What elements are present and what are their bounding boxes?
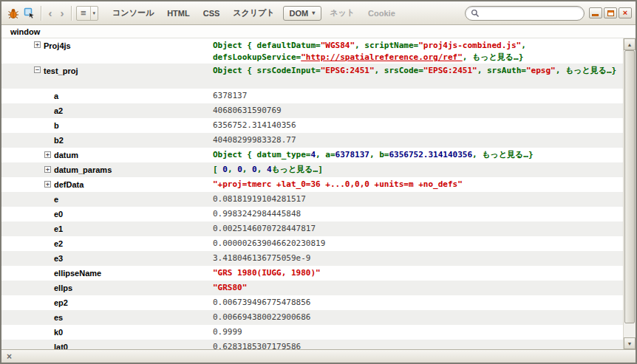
- tab-cookie[interactable]: Cookie: [361, 6, 402, 21]
- toolbar: ‹ › ≡ ▾ コンソール HTML CSS スクリプト DOM ▾ ネット C…: [1, 1, 636, 25]
- statusbar: ×: [1, 349, 636, 363]
- property-name[interactable]: defData: [54, 177, 84, 192]
- value-segment: "EPSG:2451": [423, 66, 477, 75]
- back-button[interactable]: ‹: [44, 6, 56, 21]
- search-input[interactable]: [483, 8, 579, 18]
- close-button[interactable]: ×: [619, 7, 632, 18]
- property-name[interactable]: es: [54, 310, 63, 325]
- value-segment: [: [213, 165, 222, 174]
- twisty-spacer: [44, 269, 51, 276]
- tree-row: a6378137: [1, 89, 623, 103]
- tree-row: e10.0025146070728447817: [1, 222, 623, 236]
- tree-row: b240408299983328.77: [1, 133, 623, 148]
- property-name-cell: e: [1, 192, 213, 207]
- twisty-spacer: [44, 210, 51, 217]
- value-segment: Object { defaultDatum=: [213, 41, 321, 50]
- firebug-menu-button[interactable]: [6, 6, 21, 21]
- window-buttons: ×: [589, 7, 632, 18]
- value-segment: 4: [267, 165, 272, 174]
- property-value: Object { datum_type=4, a=6378137, b=6356…: [213, 148, 623, 162]
- scroll-down-button[interactable]: ▼: [624, 337, 636, 349]
- property-value: 0.006739496775478856: [213, 295, 623, 310]
- minimize-button[interactable]: [589, 7, 602, 18]
- value-segment: , a=: [316, 150, 335, 159]
- tree-row: +Proj4jsObject { defaultDatum="WGS84", s…: [1, 38, 623, 63]
- expand-icon[interactable]: +: [34, 41, 41, 48]
- value-segment: "epsg": [526, 66, 556, 75]
- value-segment: ]: [318, 165, 323, 174]
- value-segment: 6378137: [213, 91, 247, 100]
- property-name[interactable]: datum_params: [54, 162, 112, 177]
- url-link[interactable]: "http://spatialreference.org/ref": [301, 52, 463, 62]
- value-segment: "GRS80": [213, 283, 247, 292]
- chevron-down-icon[interactable]: ▾: [90, 7, 98, 20]
- firebug-icon: [7, 7, 19, 19]
- forward-button[interactable]: ›: [56, 6, 68, 21]
- scroll-up-button[interactable]: ▲: [624, 38, 636, 50]
- tab-dom[interactable]: DOM ▾: [283, 6, 322, 21]
- detach-button[interactable]: [604, 7, 617, 18]
- property-name[interactable]: datum: [54, 148, 78, 162]
- twisty-spacer: [44, 196, 51, 202]
- tab-console[interactable]: コンソール: [106, 4, 160, 21]
- more-link[interactable]: もっと見る…: [482, 150, 528, 159]
- tab-script[interactable]: スクリプト: [226, 4, 281, 21]
- expand-icon[interactable]: +: [44, 181, 51, 188]
- value-segment: 0.006739496775478856: [213, 298, 310, 307]
- property-name[interactable]: b2: [54, 133, 64, 148]
- toolbar-separator: [71, 6, 72, 21]
- twisty-spacer: [44, 343, 51, 349]
- property-name[interactable]: Proj4js: [44, 40, 71, 52]
- value-segment: 40408299983328.77: [213, 135, 296, 145]
- value-segment: 40680631590769: [213, 106, 282, 115]
- tab-html[interactable]: HTML: [160, 6, 197, 21]
- scroll-track[interactable]: [624, 50, 636, 337]
- property-name-cell: es: [1, 310, 213, 325]
- property-name[interactable]: ep2: [54, 295, 68, 310]
- property-name[interactable]: e2: [54, 236, 63, 251]
- property-name-cell: a: [1, 89, 213, 103]
- value-segment: ,: [463, 52, 472, 62]
- detach-window-icon: [607, 10, 614, 16]
- breadcrumb: window: [1, 25, 636, 38]
- scroll-thumb[interactable]: [624, 50, 635, 323]
- property-name-cell: −test_proj: [1, 63, 213, 89]
- property-name[interactable]: ellps: [54, 281, 72, 295]
- expand-icon[interactable]: +: [44, 166, 51, 173]
- property-name[interactable]: e1: [54, 222, 63, 236]
- expand-icon[interactable]: +: [44, 151, 51, 158]
- breadcrumb-item-window[interactable]: window: [10, 27, 40, 36]
- property-name-cell: k0: [1, 325, 213, 340]
- property-name-cell: b2: [1, 133, 213, 148]
- collapse-icon[interactable]: −: [34, 66, 41, 73]
- property-name[interactable]: k0: [54, 325, 63, 340]
- property-name[interactable]: e: [54, 192, 58, 207]
- more-link[interactable]: もっと見る…: [272, 165, 318, 174]
- property-name[interactable]: test_proj: [44, 65, 78, 77]
- twisty-spacer: [44, 225, 51, 232]
- list-icon: ≡: [77, 7, 90, 20]
- panel-list-button[interactable]: ≡ ▾: [76, 6, 98, 21]
- property-name[interactable]: a: [54, 89, 58, 103]
- value-segment: 0: [222, 165, 228, 174]
- tree-row: lat00.6283185307179586: [1, 340, 623, 349]
- more-link[interactable]: もっと見る…: [565, 66, 612, 75]
- property-name-cell: +defData: [1, 177, 213, 192]
- tab-net[interactable]: ネット: [323, 4, 361, 21]
- tree-row: ep20.006739496775478856: [1, 295, 623, 310]
- property-name[interactable]: a2: [54, 103, 63, 118]
- more-link[interactable]: もっと見る…: [472, 52, 519, 62]
- property-name[interactable]: e3: [54, 251, 63, 266]
- firebug-window: ‹ › ≡ ▾ コンソール HTML CSS スクリプト DOM ▾ ネット C…: [0, 0, 637, 364]
- property-name[interactable]: ellipseName: [54, 266, 101, 281]
- search-box[interactable]: [465, 6, 585, 21]
- tab-css[interactable]: CSS: [197, 6, 227, 21]
- property-name-cell: +Proj4js: [1, 38, 213, 63]
- inspect-button[interactable]: [22, 6, 37, 21]
- property-name[interactable]: e0: [54, 207, 63, 222]
- scrollbar[interactable]: ▲ ▼: [623, 38, 636, 349]
- property-name[interactable]: lat0: [54, 340, 68, 349]
- property-name[interactable]: b: [54, 118, 59, 133]
- close-panel-button[interactable]: ×: [7, 352, 12, 361]
- property-value: 3.418046136775059e-9: [213, 251, 623, 266]
